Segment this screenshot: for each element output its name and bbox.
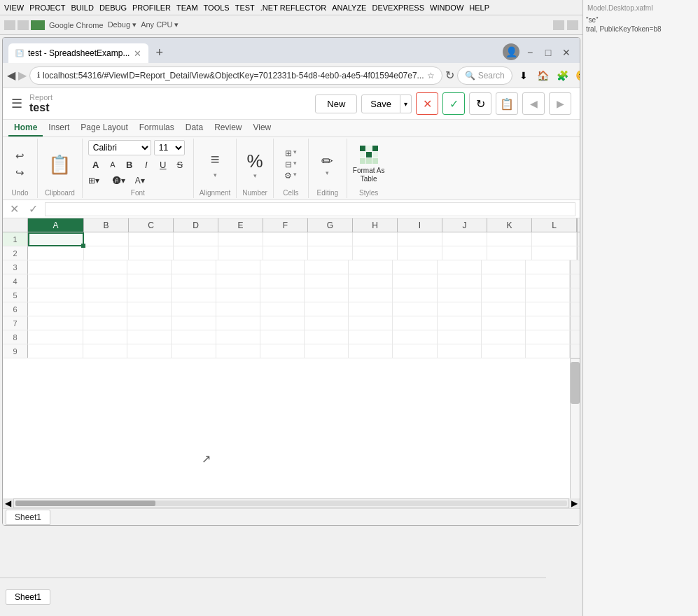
- sheet-tab-1[interactable]: Sheet1: [6, 510, 50, 525]
- cell-e7[interactable]: [216, 316, 260, 330]
- next-button[interactable]: ▶: [549, 92, 571, 115]
- cell-f9[interactable]: [260, 344, 305, 358]
- emoji-icon[interactable]: 😊: [574, 67, 580, 84]
- cell-b8[interactable]: [83, 330, 127, 344]
- underline-button[interactable]: U: [155, 158, 171, 172]
- cell-k3[interactable]: [482, 260, 526, 274]
- cell-g6[interactable]: [305, 302, 349, 316]
- undo-button[interactable]: ↩: [11, 148, 30, 164]
- cell-l2[interactable]: [532, 246, 577, 260]
- cell-b7[interactable]: [83, 316, 127, 330]
- font-shrink-button[interactable]: A: [105, 158, 120, 172]
- cell-h8[interactable]: [349, 330, 393, 344]
- save-dropdown-button[interactable]: ▾: [400, 94, 412, 113]
- row-num-9[interactable]: 9: [3, 344, 28, 358]
- cell-c3[interactable]: [127, 260, 172, 274]
- cell-c9[interactable]: [127, 344, 172, 358]
- cell-g1[interactable]: [308, 232, 353, 246]
- row-num-5[interactable]: 5: [3, 288, 28, 302]
- cell-e4[interactable]: [216, 274, 260, 288]
- new-button[interactable]: New: [315, 94, 357, 113]
- vscroll-thumb[interactable]: [571, 362, 580, 404]
- cell-i2[interactable]: [398, 246, 442, 260]
- tab-review[interactable]: Review: [209, 120, 247, 136]
- col-header-c[interactable]: C: [129, 218, 174, 232]
- cell-e8[interactable]: [216, 330, 260, 344]
- cell-l1[interactable]: [532, 232, 577, 246]
- minimize-button[interactable]: −: [522, 45, 538, 60]
- cell-f2[interactable]: [263, 246, 308, 260]
- h-scrollbar[interactable]: ◀ ▶: [3, 498, 580, 508]
- cell-k1[interactable]: [487, 232, 532, 246]
- cell-h4[interactable]: [349, 274, 393, 288]
- tab-close-icon[interactable]: ✕: [134, 48, 141, 59]
- col-header-f[interactable]: F: [263, 218, 308, 232]
- user-avatar[interactable]: 👤: [503, 43, 519, 60]
- close-button[interactable]: ✕: [559, 45, 574, 60]
- forward-button[interactable]: ▶: [18, 66, 27, 85]
- font-color-button[interactable]: A▾: [130, 174, 150, 188]
- cell-e3[interactable]: [216, 260, 260, 274]
- extensions-icon[interactable]: 🧩: [554, 67, 571, 84]
- cell-d4[interactable]: [172, 274, 216, 288]
- cell-j4[interactable]: [438, 274, 482, 288]
- cell-e6[interactable]: [216, 302, 260, 316]
- cell-i5[interactable]: [393, 288, 437, 302]
- cell-j5[interactable]: [438, 288, 482, 302]
- hscroll-thumb[interactable]: [15, 500, 155, 506]
- hscroll-left-btn[interactable]: ◀: [3, 498, 14, 508]
- cell-c8[interactable]: [127, 330, 172, 344]
- cell-g8[interactable]: [305, 330, 349, 344]
- cell-i6[interactable]: [393, 302, 437, 316]
- bold-button[interactable]: B: [122, 158, 137, 172]
- cell-h6[interactable]: [349, 302, 393, 316]
- prev-button[interactable]: ◀: [522, 92, 545, 115]
- cell-d8[interactable]: [172, 330, 216, 344]
- bookmark-icon[interactable]: ☆: [427, 71, 435, 80]
- col-header-i[interactable]: I: [398, 218, 442, 232]
- formula-confirm-button[interactable]: ✓: [26, 202, 41, 216]
- address-bar[interactable]: ℹ localhost:54316/#ViewID=Report_DetailV…: [29, 66, 442, 85]
- percent-button[interactable]: %: [247, 150, 263, 172]
- tab-view[interactable]: View: [247, 120, 277, 136]
- refresh-report-button[interactable]: ↻: [469, 92, 491, 115]
- col-header-e[interactable]: E: [218, 218, 263, 232]
- cell-d1[interactable]: [174, 232, 218, 246]
- cell-g4[interactable]: [305, 274, 349, 288]
- cell-a6[interactable]: [28, 302, 83, 316]
- cell-d9[interactable]: [172, 344, 216, 358]
- search-bar[interactable]: 🔍 Search: [457, 66, 512, 85]
- cell-i8[interactable]: [393, 330, 437, 344]
- new-tab-button[interactable]: +: [151, 46, 167, 60]
- cell-k8[interactable]: [482, 330, 526, 344]
- confirm-button[interactable]: ✓: [442, 92, 465, 115]
- vscroll-area[interactable]: [570, 358, 580, 498]
- hscroll-right-btn[interactable]: ▶: [568, 498, 580, 508]
- cell-l7[interactable]: [526, 316, 570, 330]
- format-cells-button[interactable]: ⚙: [284, 171, 292, 181]
- cell-g5[interactable]: [305, 288, 349, 302]
- cell-c6[interactable]: [127, 302, 172, 316]
- cell-b2[interactable]: [84, 246, 129, 260]
- cell-j1[interactable]: [442, 232, 487, 246]
- row-num-4[interactable]: 4: [3, 274, 28, 288]
- cell-j7[interactable]: [438, 316, 482, 330]
- cell-f1[interactable]: [263, 232, 308, 246]
- cell-l8[interactable]: [526, 330, 570, 344]
- bottom-sheet-tab[interactable]: Sheet1: [6, 589, 50, 605]
- format-as-table-button[interactable]: Format As Table: [353, 146, 385, 183]
- cell-b9[interactable]: [83, 344, 127, 358]
- row-num-2[interactable]: 2: [3, 246, 28, 260]
- cell-d2[interactable]: [174, 246, 218, 260]
- tab-home[interactable]: Home: [8, 120, 43, 136]
- cell-g2[interactable]: [308, 246, 353, 260]
- cell-i7[interactable]: [393, 316, 437, 330]
- borders-button[interactable]: ⊞▾: [88, 174, 108, 188]
- cell-b4[interactable]: [83, 274, 127, 288]
- cell-a2[interactable]: [28, 246, 84, 260]
- cell-c1[interactable]: [129, 232, 174, 246]
- cell-a4[interactable]: [28, 274, 83, 288]
- cell-f5[interactable]: [260, 288, 305, 302]
- cell-f6[interactable]: [260, 302, 305, 316]
- cell-e5[interactable]: [216, 288, 260, 302]
